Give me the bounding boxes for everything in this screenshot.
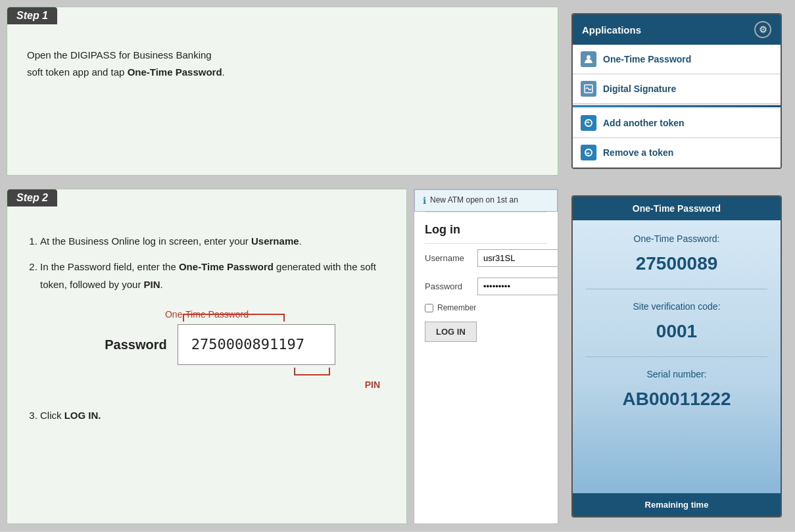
notice-text: New ATM open on 1st an bbox=[430, 195, 518, 205]
login-button[interactable]: LOG IN bbox=[425, 322, 477, 342]
step2-instruction1: At the Business Online log in screen, en… bbox=[40, 232, 387, 250]
username-field-row: Username bbox=[414, 244, 558, 272]
password-field-label: Password bbox=[425, 281, 472, 291]
menu-item-otp[interactable]: One-Time Password bbox=[573, 45, 781, 74]
menu-item-remove-token-label: Remove a token bbox=[603, 147, 673, 158]
pin-bracket-bottom bbox=[294, 368, 330, 375]
password-row: Password 2750000891197 bbox=[105, 324, 335, 365]
otp-device-header: One-Time Password bbox=[573, 197, 781, 220]
app-header-title: Applications bbox=[582, 24, 641, 36]
menu-item-add-token-label: Add another token bbox=[603, 118, 685, 128]
remove-token-icon bbox=[581, 145, 596, 160]
password-diagram: One-Time Password Password 2750000891197… bbox=[53, 306, 387, 393]
login-panel: ℹ New ATM open on 1st an Log in Username… bbox=[414, 189, 558, 524]
password-word: Password bbox=[105, 333, 166, 356]
notice-bar: ℹ New ATM open on 1st an bbox=[414, 189, 558, 212]
password-field-row: Password bbox=[414, 272, 558, 301]
add-token-icon bbox=[581, 115, 596, 131]
svg-point-2 bbox=[585, 120, 592, 126]
menu-item-sig[interactable]: Digital Signature bbox=[573, 74, 781, 104]
app-divider bbox=[573, 105, 781, 107]
step2-instruction2: In the Password field, enter the One-Tim… bbox=[40, 258, 387, 293]
step1-panel: Step 1 Open the DIGIPASS for Business Ba… bbox=[7, 7, 558, 176]
site-field-label: Site verification code: bbox=[633, 301, 720, 312]
info-icon: ℹ bbox=[423, 195, 426, 206]
otp-value: 27500089 bbox=[636, 253, 718, 274]
gear-icon[interactable]: ⚙ bbox=[754, 21, 771, 38]
otp-remaining-label: Remaining time bbox=[573, 493, 781, 516]
step2-content: At the Business Online log in screen, en… bbox=[27, 232, 387, 424]
password-box: 2750000891197 bbox=[178, 324, 335, 365]
remember-row: Remember bbox=[414, 301, 558, 315]
remember-label: Remember bbox=[437, 303, 476, 312]
menu-item-otp-label: One-Time Password bbox=[603, 54, 691, 64]
site-value: 0001 bbox=[656, 321, 697, 342]
menu-item-sig-label: Digital Signature bbox=[603, 84, 676, 94]
otp-field-label: One-Time Password: bbox=[634, 233, 720, 244]
app-header: Applications ⚙ bbox=[573, 14, 781, 45]
step1-label: Step 1 bbox=[7, 7, 57, 24]
otp-device-body: One-Time Password: 27500089 Site verific… bbox=[573, 220, 781, 493]
username-label: Username bbox=[425, 253, 472, 263]
remember-checkbox[interactable] bbox=[425, 304, 433, 312]
step2-panel: Step 2 At the Business Online log in scr… bbox=[7, 189, 407, 524]
otp-menu-icon bbox=[581, 51, 596, 67]
pin-label: PIN bbox=[365, 377, 380, 393]
password-input[interactable] bbox=[477, 278, 558, 295]
step2-label: Step 2 bbox=[7, 189, 57, 206]
menu-item-add-token[interactable]: Add another token bbox=[573, 109, 781, 138]
svg-point-3 bbox=[585, 149, 592, 156]
step1-desc-end: . bbox=[222, 66, 225, 78]
username-input[interactable] bbox=[477, 249, 558, 267]
otp-bracket-top bbox=[183, 314, 285, 322]
password-box-wrapper: 2750000891197 bbox=[178, 324, 335, 365]
step1-desc-bold: One-Time Password bbox=[128, 66, 222, 78]
step1-desc-line2: soft token app and tap bbox=[27, 66, 128, 78]
otp-device-panel: One-Time Password One-Time Password: 275… bbox=[571, 195, 782, 518]
menu-item-remove-token[interactable]: Remove a token bbox=[573, 138, 781, 168]
serial-field-label: Serial number: bbox=[646, 369, 706, 379]
serial-value: AB00011222 bbox=[622, 389, 731, 410]
step2-instruction3: Click LOG IN. bbox=[40, 406, 387, 424]
sig-menu-icon bbox=[581, 81, 596, 97]
step1-content: Open the DIGIPASS for Business Banking s… bbox=[27, 47, 538, 80]
step1-desc-line1: Open the DIGIPASS for Business Banking bbox=[27, 49, 212, 60]
otp-divider-2 bbox=[586, 356, 767, 357]
otp-divider-1 bbox=[586, 289, 767, 289]
svg-point-0 bbox=[587, 55, 590, 59]
login-title: Log in bbox=[414, 212, 558, 243]
app-panel-top: Applications ⚙ One-Time Password bbox=[571, 13, 782, 169]
